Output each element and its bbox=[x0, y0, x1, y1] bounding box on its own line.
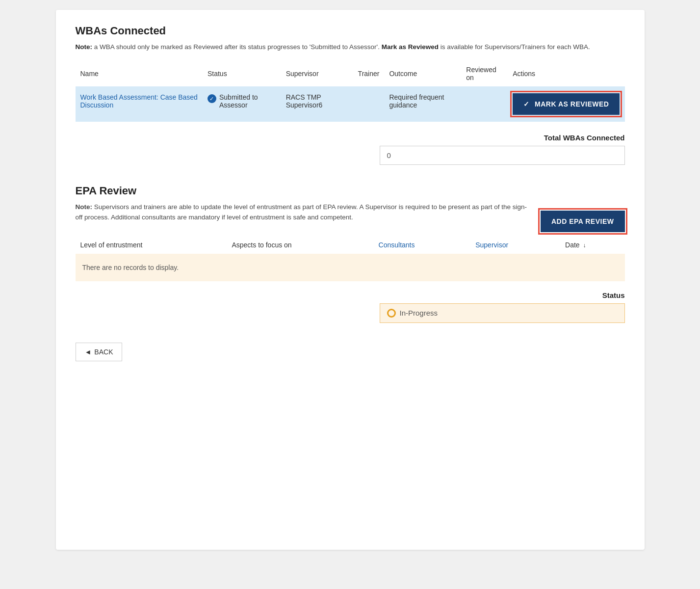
epa-note-label: Note: bbox=[76, 203, 93, 211]
back-button[interactable]: ◄ BACK bbox=[76, 343, 123, 361]
wba-name-cell: Work Based Assessment: Case Based Discus… bbox=[76, 86, 203, 122]
col-status: Status bbox=[203, 62, 281, 86]
col-name: Name bbox=[76, 62, 203, 86]
wbas-note: Note: a WBA should only be marked as Rev… bbox=[76, 42, 625, 52]
total-wbas-input[interactable] bbox=[380, 146, 625, 165]
wba-outcome-cell: Required frequent guidance bbox=[384, 86, 461, 122]
wba-action-cell: ✓ MARK AS REVIEWED bbox=[508, 86, 624, 122]
wba-trainer-cell bbox=[353, 86, 385, 122]
page-container: WBAs Connected Note: a WBA should only b… bbox=[56, 10, 645, 550]
col-outcome: Outcome bbox=[384, 62, 461, 86]
date-label: Date bbox=[565, 241, 580, 249]
note-prefix: Note: bbox=[76, 43, 93, 51]
epa-note: Note: Supervisors and trainers are able … bbox=[76, 202, 531, 222]
col-actions: Actions bbox=[508, 62, 624, 86]
add-epa-label: ADD EPA REVIEW bbox=[551, 217, 614, 225]
status-value-text: In-Progress bbox=[400, 309, 438, 317]
no-records-cell: There are no records to display. bbox=[76, 254, 625, 281]
status-value-box: In-Progress bbox=[380, 303, 625, 323]
status-text: Submitted to Assessor bbox=[219, 93, 276, 109]
mark-reviewed-button[interactable]: ✓ MARK AS REVIEWED bbox=[513, 93, 620, 115]
sort-desc-icon: ↓ bbox=[583, 242, 586, 249]
epa-table: Level of entrustment Aspects to focus on… bbox=[76, 237, 625, 281]
note-text-part2: is available for Supervisors/Trainers fo… bbox=[441, 43, 590, 51]
wba-reviewed-on-cell bbox=[461, 86, 508, 122]
note-bold-text: Mark as Reviewed bbox=[382, 43, 439, 51]
epa-col-date: Date ↓ bbox=[560, 237, 624, 254]
wbas-title: WBAs Connected bbox=[76, 25, 625, 37]
back-arrow-icon: ◄ bbox=[85, 348, 92, 356]
epa-col-supervisor: Supervisor bbox=[470, 237, 560, 254]
table-row: Work Based Assessment: Case Based Discus… bbox=[76, 86, 625, 122]
no-records-row: There are no records to display. bbox=[76, 254, 625, 281]
total-wbas-section: Total WBAs Connected bbox=[76, 134, 625, 165]
epa-header-row: Note: Supervisors and trainers are able … bbox=[76, 202, 625, 232]
status-cell-inner: Submitted to Assessor bbox=[207, 93, 276, 109]
add-epa-review-button[interactable]: ADD EPA REVIEW bbox=[541, 211, 625, 232]
back-label: BACK bbox=[94, 348, 113, 356]
wba-table: Name Status Supervisor Trainer Outcome R… bbox=[76, 62, 625, 122]
wba-status-cell: Submitted to Assessor bbox=[203, 86, 281, 122]
total-wbas-label: Total WBAs Connected bbox=[544, 134, 625, 142]
col-reviewed-on: Reviewed on bbox=[461, 62, 508, 86]
status-label: Status bbox=[602, 291, 625, 299]
epa-col-level: Level of entrustment bbox=[76, 237, 227, 254]
epa-note-text: Supervisors and trainers are able to upd… bbox=[76, 203, 527, 220]
col-trainer: Trainer bbox=[353, 62, 385, 86]
wba-supervisor-cell: RACS TMP Supervisor6 bbox=[281, 86, 353, 122]
wba-table-header-row: Name Status Supervisor Trainer Outcome R… bbox=[76, 62, 625, 86]
mark-reviewed-label: MARK AS REVIEWED bbox=[535, 100, 609, 108]
status-section: Status In-Progress bbox=[76, 291, 625, 323]
epa-table-header-row: Level of entrustment Aspects to focus on… bbox=[76, 237, 625, 254]
wbas-section: WBAs Connected Note: a WBA should only b… bbox=[76, 25, 625, 165]
epa-section: EPA Review Note: Supervisors and trainer… bbox=[76, 185, 625, 323]
col-supervisor: Supervisor bbox=[281, 62, 353, 86]
status-check-icon bbox=[207, 94, 216, 103]
epa-col-aspects: Aspects to focus on bbox=[227, 237, 373, 254]
in-progress-icon bbox=[387, 309, 396, 318]
epa-col-consultants: Consultants bbox=[374, 237, 471, 254]
checkmark-icon: ✓ bbox=[523, 100, 530, 108]
note-text-part1: a WBA should only be marked as Reviewed … bbox=[94, 43, 380, 51]
epa-title: EPA Review bbox=[76, 185, 625, 197]
wba-name-link[interactable]: Work Based Assessment: Case Based Discus… bbox=[80, 93, 198, 109]
